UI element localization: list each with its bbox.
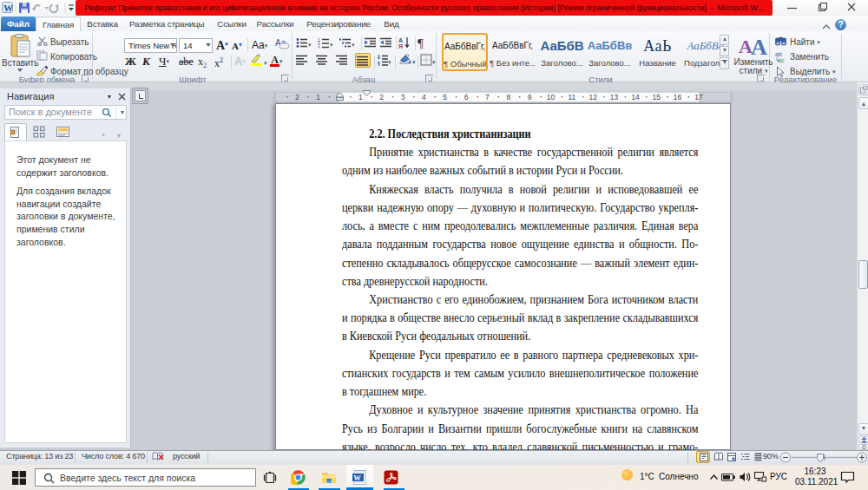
svg-text:2: 2 <box>379 93 384 101</box>
svg-text:A: A <box>751 35 767 56</box>
svg-text:10: 10 <box>547 93 556 101</box>
svg-text:14: 14 <box>631 93 640 101</box>
svg-text:4: 4 <box>422 93 426 101</box>
svg-text:А: А <box>398 37 403 43</box>
svg-text:6: 6 <box>464 93 469 101</box>
svg-text:W: W <box>3 3 13 13</box>
svg-text:7: 7 <box>485 93 490 101</box>
svg-text:8: 8 <box>506 93 510 101</box>
svg-text:5: 5 <box>443 93 447 101</box>
svg-text:15: 15 <box>652 93 661 101</box>
svg-text:W: W <box>353 474 361 482</box>
svg-text:ac: ac <box>778 57 785 63</box>
svg-text:11: 11 <box>568 93 575 101</box>
svg-text:9: 9 <box>528 93 532 101</box>
svg-text:12: 12 <box>589 93 597 101</box>
svg-text:16: 16 <box>674 93 682 101</box>
svg-text:17: 17 <box>694 93 703 101</box>
svg-text:1: 1 <box>316 93 320 101</box>
svg-text:2: 2 <box>295 93 299 101</box>
svg-text:3: 3 <box>318 45 320 49</box>
svg-text:Я: Я <box>398 43 403 49</box>
svg-text:13: 13 <box>610 93 619 101</box>
svg-text:3: 3 <box>401 93 405 101</box>
